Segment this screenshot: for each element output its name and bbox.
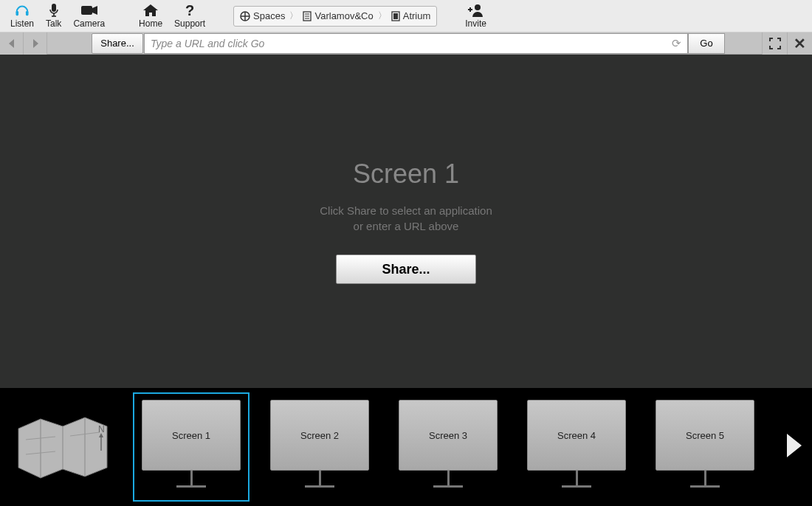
svg-marker-20 [9, 39, 14, 48]
top-toolbar: Listen Talk Camera Home ? Support Spaces… [0, 0, 812, 32]
share-button[interactable]: Share... [336, 254, 476, 284]
camera-button[interactable]: Camera [67, 0, 111, 32]
screen-thumbnail-4[interactable]: Screen 4 [518, 392, 635, 502]
listen-button[interactable]: Listen [4, 0, 40, 32]
svg-text:N: N [98, 424, 105, 434]
home-label: Home [139, 18, 162, 29]
close-button[interactable]: ✕ [787, 32, 812, 55]
breadcrumb-room[interactable]: Atrium [391, 10, 431, 21]
svg-rect-0 [16, 11, 18, 15]
listen-label: Listen [10, 18, 34, 29]
breadcrumb-separator: 〉 [289, 10, 298, 22]
chevron-right-icon [31, 38, 40, 49]
svg-rect-2 [52, 4, 56, 12]
breadcrumb[interactable]: Spaces 〉 Varlamov&Co 〉 Atrium [233, 6, 437, 27]
invite-label: Invite [465, 18, 486, 29]
talk-button[interactable]: Talk [40, 0, 67, 32]
camera-icon [80, 3, 98, 18]
url-input[interactable]: Type a URL and click Go ⟳ [144, 33, 688, 54]
svg-marker-6 [92, 6, 97, 15]
question-icon: ? [185, 3, 194, 18]
screen-thumbnail-1[interactable]: Screen 1 [133, 392, 250, 502]
support-button[interactable]: ? Support [168, 0, 211, 32]
forward-button[interactable] [24, 32, 47, 55]
svg-rect-5 [81, 6, 92, 15]
building-icon [303, 11, 312, 21]
invite-button[interactable]: Invite [459, 0, 492, 32]
share-dropdown[interactable]: Share... [92, 33, 143, 54]
screen-board: Screen 3 [399, 400, 498, 471]
go-label: Go [700, 38, 712, 49]
screen-title: Screen 1 [353, 159, 459, 190]
headphones-icon [14, 3, 30, 18]
breadcrumb-root-label: Spaces [253, 10, 285, 21]
breadcrumb-org[interactable]: Varlamov&Co [303, 10, 373, 21]
screen-thumbnail-3[interactable]: Screen 3 [390, 392, 506, 502]
close-icon: ✕ [794, 35, 806, 52]
svg-rect-1 [26, 11, 29, 15]
globe-icon [240, 11, 250, 21]
breadcrumb-separator: 〉 [378, 10, 387, 22]
breadcrumb-org-label: Varlamov&Co [314, 10, 373, 21]
microphone-icon [48, 3, 60, 18]
go-button[interactable]: Go [688, 33, 725, 54]
refresh-icon[interactable]: ⟳ [672, 37, 681, 50]
svg-rect-16 [393, 13, 398, 19]
svg-marker-21 [33, 39, 38, 48]
home-button[interactable]: Home [133, 0, 168, 32]
breadcrumb-spaces[interactable]: Spaces [240, 10, 285, 21]
screen-board: Screen 5 [656, 400, 754, 471]
back-button[interactable] [0, 32, 24, 55]
screen-thumbnail-5[interactable]: Screen 5 [647, 392, 763, 502]
talk-label: Talk [46, 18, 61, 29]
chevron-left-icon [7, 38, 16, 49]
nav-group [0, 32, 47, 54]
screen-board: Screen 2 [270, 400, 369, 471]
svg-marker-7 [143, 4, 158, 16]
home-icon [142, 3, 159, 18]
support-label: Support [174, 18, 205, 29]
share-button-label: Share... [382, 262, 430, 277]
camera-label: Camera [73, 18, 105, 29]
screen-board: Screen 1 [142, 400, 241, 471]
breadcrumb-room-label: Atrium [403, 10, 431, 21]
url-placeholder: Type a URL and click Go [151, 38, 264, 49]
screen-subtitle: Click Share to select an application or … [320, 203, 492, 234]
chevron-right-icon [784, 432, 805, 459]
fullscreen-button[interactable] [762, 32, 787, 55]
invite-icon [468, 3, 484, 18]
tray-next-button[interactable] [784, 432, 805, 462]
svg-marker-32 [787, 434, 802, 457]
door-icon [391, 11, 400, 21]
floorplan-thumbnail[interactable]: N [7, 403, 118, 491]
screens-tray: N Screen 1 Screen 2 Screen 3 Screen 4 Sc… [0, 388, 812, 506]
screen-board: Screen 4 [527, 400, 626, 471]
fullscreen-icon [769, 38, 781, 49]
main-stage: Screen 1 Click Share to select an applic… [0, 55, 812, 388]
floorplan-icon: N [11, 410, 114, 484]
svg-point-17 [475, 4, 481, 10]
url-bar: Share... Type a URL and click Go ⟳ Go ✕ [0, 32, 812, 55]
breadcrumb-wrapper: Spaces 〉 Varlamov&Co 〉 Atrium [233, 6, 437, 27]
screen-thumbnail-2[interactable]: Screen 2 [261, 392, 378, 502]
share-dropdown-label: Share... [100, 38, 134, 49]
